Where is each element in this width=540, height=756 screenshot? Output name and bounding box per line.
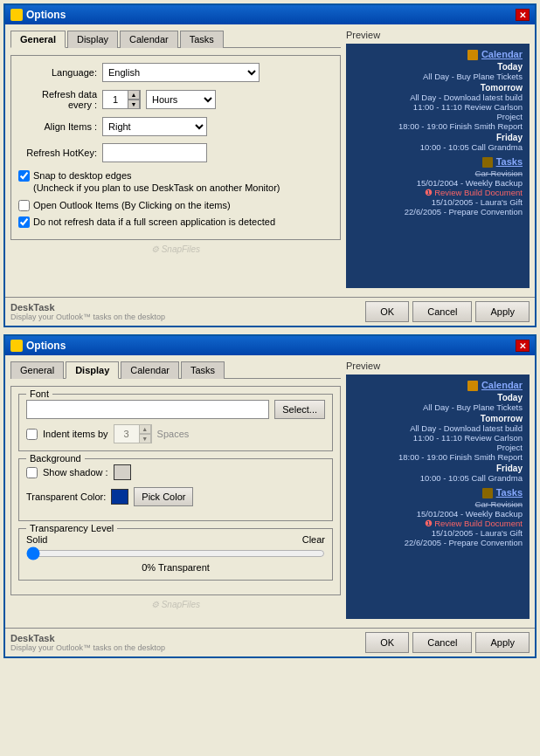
refresh-spin-up[interactable]: ▲ (128, 90, 140, 100)
align-row: Align Items : Right Left Center (18, 117, 333, 136)
tomorrow-event-2-4: 18:00 - 19:00 Finish Smith Report (353, 452, 523, 462)
window1-title: Options (26, 9, 66, 21)
task-2: 15/01/2004 - Weekly Backup (353, 178, 523, 188)
apply-button-2[interactable]: Apply (475, 632, 530, 653)
task-3: ❶ Review Build Document (353, 188, 523, 197)
refresh-number-input[interactable] (103, 91, 128, 108)
select-font-button[interactable]: Select... (274, 400, 325, 419)
refresh-unit-select[interactable]: Hours Minutes (146, 90, 216, 109)
background-group: Background Show shadow : Transparent Col… (18, 458, 333, 521)
preview-box-2: Calendar Today All Day - Buy Plane Ticke… (346, 375, 530, 619)
tab-tasks-2[interactable]: Tasks (181, 361, 225, 379)
language-row: Language: English (18, 63, 333, 82)
shadow-checkbox[interactable] (26, 467, 38, 478)
bg-group-label: Background (26, 453, 85, 464)
transparency-legend: Transparency Level (26, 523, 117, 533)
tab-display-1[interactable]: Display (67, 31, 118, 48)
indent-number-input[interactable] (114, 425, 139, 443)
indent-checkbox[interactable] (26, 429, 38, 440)
tomorrow-event-2-3: Project (353, 443, 523, 452)
tab-content-general: Language: English Refresh data every : ▲… (10, 55, 341, 240)
tab-display-2[interactable]: Display (66, 361, 119, 379)
tasks-header-1: Tasks (353, 156, 523, 168)
slider-pct: 0% Transparent (26, 562, 325, 573)
calendar-icon-1 (467, 50, 478, 60)
options-icon (10, 9, 23, 21)
checkbox2-row: Open Outlook Items (By Clicking on the i… (18, 199, 333, 211)
options-window-2: Options ✕ General Display Calendar Tasks… (3, 334, 537, 658)
titlebar-title-1: Options (10, 9, 66, 21)
brand-sub-2: Display your Outlook™ tasks on the deskt… (10, 643, 165, 652)
left-panel-1: General Display Calendar Tasks Language:… (10, 30, 341, 288)
task-2-1: Car Revision (353, 499, 523, 509)
tab-general-2[interactable]: General (10, 361, 64, 379)
ok-button-2[interactable]: OK (365, 632, 409, 653)
close-button-2[interactable]: ✕ (516, 340, 530, 352)
open-outlook-checkbox[interactable] (18, 200, 30, 211)
titlebar-2: Options ✕ (5, 336, 535, 355)
refresh-spin-down[interactable]: ▼ (128, 100, 140, 109)
font-input[interactable]: Verdana, 8pt (26, 400, 269, 419)
calendar-title-2: Calendar (481, 380, 523, 390)
transparent-color-label: Transparent Color: (26, 491, 106, 502)
hotkey-row: Refresh HotKey: None (18, 143, 333, 162)
color-swatch (111, 489, 128, 505)
slider-right-label: Clear (302, 534, 325, 545)
preview-label-1: Preview (346, 30, 530, 40)
refresh-row: Refresh data every : ▲ ▼ Hours Minutes (18, 89, 333, 110)
tasks-icon-2 (482, 488, 493, 498)
apply-button-1[interactable]: Apply (475, 301, 530, 322)
window1-content: General Display Calendar Tasks Language:… (5, 24, 535, 293)
dialog-buttons-1: OK Cancel Apply (365, 301, 530, 322)
task-2-5: 22/6/2005 - Prepare Convention (353, 538, 523, 547)
font-group: Font Verdana, 8pt Select... Indent items… (18, 394, 333, 451)
calendar-header-2: Calendar (353, 380, 523, 391)
refresh-spin-buttons: ▲ ▼ (128, 90, 140, 109)
tab-calendar-2[interactable]: Calendar (121, 361, 179, 379)
brand-name-1: DeskTask (10, 302, 165, 313)
align-select[interactable]: Right Left Center (102, 117, 207, 136)
language-label: Language: (18, 67, 97, 78)
window2-title: Options (26, 340, 66, 352)
ok-button-1[interactable]: OK (365, 301, 409, 322)
spaces-label: Spaces (157, 429, 190, 439)
bottom-bar-1: DeskTask Display your Outlook™ tasks on … (5, 297, 535, 326)
indent-spin-up[interactable]: ▲ (139, 424, 151, 434)
indent-label: Indent items by (43, 429, 108, 439)
language-select[interactable]: English (102, 63, 260, 82)
tomorrow-header-1: Tomorrow (353, 83, 523, 93)
no-refresh-checkbox[interactable] (18, 216, 30, 228)
bottom-bar-2: DeskTask Display your Outlook™ tasks on … (5, 628, 535, 656)
preview-panel-2: Preview Calendar Today All Day - Buy Pla… (346, 361, 530, 619)
pick-color-button[interactable]: Pick Color (134, 487, 193, 506)
close-button-1[interactable]: ✕ (516, 9, 530, 21)
refresh-number-wrap: ▲ ▼ (102, 90, 141, 109)
calendar-icon-2 (467, 381, 478, 391)
preview-box-1: Calendar Today All Day - Buy Plane Ticke… (346, 44, 530, 288)
snap-label: Snap to desktop edges (Uncheck if you pl… (33, 169, 280, 195)
refresh-label: Refresh data every : (18, 89, 97, 110)
shadow-swatch (114, 464, 131, 480)
tab-tasks-1[interactable]: Tasks (180, 31, 224, 48)
watermark-2: ⚙ SnapFiles (10, 595, 341, 613)
transparency-slider[interactable] (26, 546, 325, 560)
tab-general-1[interactable]: General (10, 31, 66, 48)
tab-calendar-1[interactable]: Calendar (120, 31, 178, 48)
indent-row: Indent items by ▲ ▼ Spaces (26, 424, 325, 443)
tasks-title-2: Tasks (496, 487, 523, 498)
snap-checkbox[interactable] (18, 170, 30, 182)
brand-1: DeskTask Display your Outlook™ tasks on … (10, 302, 165, 321)
options-window-1: Options ✕ General Display Calendar Tasks… (3, 3, 537, 327)
titlebar-title-2: Options (10, 340, 66, 352)
hotkey-input[interactable]: None (102, 143, 207, 162)
align-label: Align Items : (18, 121, 97, 132)
hotkey-label: Refresh HotKey: (18, 148, 97, 158)
preview-panel-1: Preview Calendar Today All Day - Buy Pla… (346, 30, 530, 288)
calendar-header-1: Calendar (353, 49, 523, 60)
indent-spin-down[interactable]: ▼ (139, 434, 151, 443)
task-4: 15/10/2005 - Laura's Gift (353, 197, 523, 207)
shadow-label: Show shadow : (43, 467, 108, 478)
cancel-button-1[interactable]: Cancel (412, 301, 472, 322)
dialog-buttons-2: OK Cancel Apply (365, 632, 530, 653)
cancel-button-2[interactable]: Cancel (412, 632, 472, 653)
